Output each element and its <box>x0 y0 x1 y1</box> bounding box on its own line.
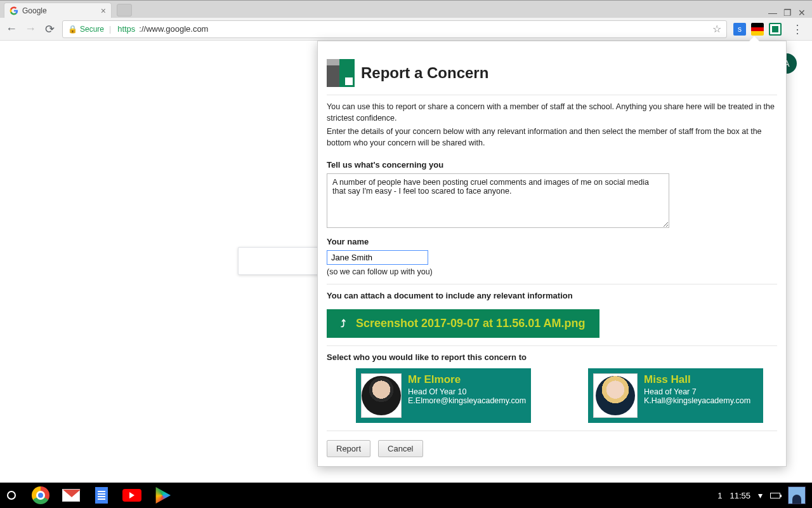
taskbar-docs-icon[interactable] <box>89 483 114 508</box>
extension-icon-flag[interactable] <box>751 23 764 36</box>
extension-icon-report-concern[interactable] <box>769 23 782 36</box>
new-tab-button[interactable] <box>117 4 132 17</box>
taskbar-youtube-icon[interactable] <box>119 483 145 508</box>
clock[interactable]: 11:55 <box>730 491 750 500</box>
intro-text-1: You can use this to report or share a co… <box>327 102 777 124</box>
attachment-filename: Screenshot 2017-09-07 at 11.56.01 AM.png <box>356 317 586 330</box>
bookmark-star-icon[interactable]: ☆ <box>712 23 721 35</box>
popup-title: Report a Concern <box>361 64 488 82</box>
forward-icon: → <box>24 22 37 36</box>
report-button[interactable]: Report <box>327 440 370 457</box>
system-tray[interactable]: 1 11:55 ▾ <box>717 486 806 504</box>
taskbar-chrome-icon[interactable] <box>28 483 53 508</box>
select-recipient-label: Select who you would like to report this… <box>327 352 777 362</box>
taskbar-gmail-icon[interactable] <box>58 483 84 508</box>
window-controls: — ❐ ✕ <box>768 5 812 18</box>
browser-tab-active[interactable]: Google × <box>4 3 112 18</box>
name-input[interactable] <box>327 250 428 265</box>
name-hint: (so we can follow up with you) <box>327 267 777 276</box>
extension-icons: s <box>733 23 782 36</box>
close-window-icon[interactable]: ✕ <box>798 8 806 18</box>
popup-pointer <box>749 36 759 41</box>
recipient-name: Mr Elmore <box>408 373 526 386</box>
recipient-role: Head Of Year 10 <box>408 387 526 396</box>
battery-icon[interactable] <box>770 493 780 498</box>
tab-strip: Google × <box>0 0 768 18</box>
launcher-icon[interactable] <box>0 484 23 507</box>
recipient-role: Head of Year 7 <box>644 387 750 396</box>
maximize-icon[interactable]: ❐ <box>783 8 792 18</box>
popup-logo-icon <box>327 59 355 87</box>
reload-icon[interactable]: ⟳ <box>43 22 56 36</box>
upload-icon: ⤴ <box>341 318 346 330</box>
os-taskbar: 1 11:55 ▾ <box>0 483 812 508</box>
tab-close-icon[interactable]: × <box>101 6 106 16</box>
tab-title: Google <box>22 6 47 15</box>
recipient-email: K.Hall@kingsleyacademy.com <box>644 396 750 405</box>
concern-label: Tell us what's concerning you <box>327 160 777 170</box>
attachment-button[interactable]: ⤴ Screenshot 2017-09-07 at 11.56.01 AM.p… <box>327 309 599 338</box>
name-label: Your name <box>327 237 777 246</box>
google-favicon-icon <box>10 6 18 15</box>
page-content: A Advertising Business About Privacy Ter… <box>0 41 812 508</box>
notification-count[interactable]: 1 <box>717 491 722 500</box>
recipient-card-hall[interactable]: Miss Hall Head of Year 7 K.Hall@kingsley… <box>588 368 763 423</box>
wifi-icon[interactable]: ▾ <box>758 490 763 500</box>
url-scheme: https <box>117 24 135 34</box>
cancel-button[interactable]: Cancel <box>378 440 422 457</box>
recipient-name: Miss Hall <box>644 373 750 386</box>
browser-menu-icon[interactable]: ⋮ <box>788 22 807 36</box>
recipient-email: E.Elmore@kingsleyacademy.com <box>408 396 526 405</box>
back-icon[interactable]: ← <box>5 22 18 36</box>
taskbar-play-icon[interactable] <box>150 483 175 508</box>
recipient-card-elmore[interactable]: Mr Elmore Head Of Year 10 E.Elmore@kings… <box>356 368 531 423</box>
secure-indicator[interactable]: 🔒 Secure | <box>68 25 114 34</box>
recipient-avatar <box>593 373 638 418</box>
intro-text-2: Enter the details of your concern below … <box>327 126 777 149</box>
lock-icon: 🔒 <box>68 25 77 34</box>
user-avatar-icon[interactable] <box>788 486 806 504</box>
address-bar[interactable]: 🔒 Secure | https://www.google.com ☆ <box>62 20 727 38</box>
concern-textarea[interactable] <box>327 173 669 228</box>
attach-label: You can attach a document to include any… <box>327 291 777 300</box>
browser-toolbar: ← → ⟳ 🔒 Secure | https://www.google.com … <box>0 18 812 41</box>
extension-icon-1[interactable]: s <box>733 23 746 36</box>
browser-titlebar: Google × — ❐ ✕ <box>0 0 812 18</box>
recipient-avatar <box>361 373 402 418</box>
minimize-icon[interactable]: — <box>768 8 777 18</box>
url-rest: ://www.google.com <box>139 24 208 34</box>
report-concern-popup: Report a Concern You can use this to rep… <box>317 41 787 467</box>
secure-label: Secure <box>80 25 104 34</box>
